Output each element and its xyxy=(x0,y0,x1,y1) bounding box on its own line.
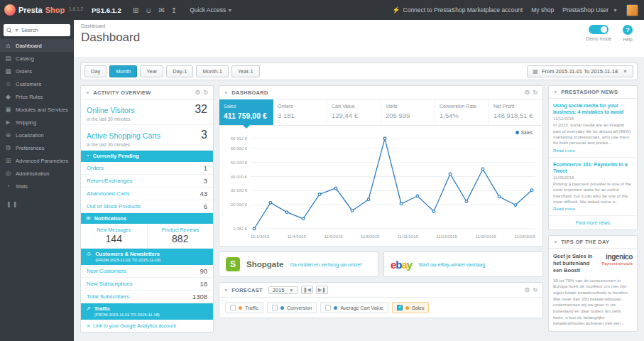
sidebar-item-customers[interactable]: ☺Customers xyxy=(0,77,74,90)
collapse-panel-icon[interactable]: ▼ xyxy=(553,90,558,94)
upgrade-quick-icon[interactable]: ↥ xyxy=(171,6,177,14)
marketplace-connect-link[interactable]: ⚡Connect to PrestaShop Marketplace accou… xyxy=(392,6,523,13)
my-shop-link[interactable]: My shop xyxy=(531,6,554,13)
kpi-tab-orders[interactable]: Orders3 181 xyxy=(273,99,327,125)
range-button-year[interactable]: Year xyxy=(140,65,163,77)
kpi-tab-sales[interactable]: Sales411 759,00 € xyxy=(219,99,273,125)
collapse-panel-icon[interactable]: ▼ xyxy=(224,288,229,293)
forecast-legend-conversion[interactable]: Conversion xyxy=(267,302,317,313)
row-label[interactable]: Orders xyxy=(87,165,104,171)
stats-icon: ◔ xyxy=(4,183,12,190)
kpi-tab-conversion-rate[interactable]: Conversion Rate1.54% xyxy=(435,99,489,125)
refresh-icon[interactable]: ↻ xyxy=(204,89,209,96)
help-icon[interactable]: ? xyxy=(623,25,633,35)
out-of-stock-row[interactable]: Out of Stock Products6 xyxy=(81,200,213,213)
currently-pending-header[interactable]: ◔ Currently Pending xyxy=(81,151,213,162)
range-button-month-1[interactable]: Month-1 xyxy=(196,65,229,77)
collapse-panel-icon[interactable]: ▼ xyxy=(553,239,558,244)
sidebar-item-modules[interactable]: ▣Modules and Services xyxy=(0,103,74,116)
kpi-tab-net-profit[interactable]: Net Profit148 918,51 € xyxy=(489,99,542,125)
active-carts-value: 3 xyxy=(201,129,207,141)
kpi-tab-visits[interactable]: Visits205 939 xyxy=(381,99,435,125)
active-carts-link[interactable]: Active Shopping Carts xyxy=(87,131,160,140)
chip-label: Average Cart Value xyxy=(340,305,383,310)
next-period-button[interactable]: ▶❚ xyxy=(316,286,328,294)
customers-newsletters-header[interactable]: ☺ Customers & Newsletters(FROM 2015-11-0… xyxy=(81,249,213,265)
forecast-legend-average-cart-value[interactable]: Average Cart Value xyxy=(320,302,388,313)
row-label[interactable]: New Subscriptions xyxy=(87,281,133,287)
sidebar-search[interactable]: ▼ xyxy=(4,24,70,36)
gear-icon[interactable]: ⚙ xyxy=(195,89,201,96)
refresh-icon[interactable]: ↻ xyxy=(533,89,538,96)
kpi-tab-cart-value[interactable]: Cart Value129,44 € xyxy=(327,99,381,125)
chart-x-axis: 11/1/201511/4/201511/6/201511/8/201511/1… xyxy=(251,232,535,244)
chart-legend[interactable]: Sales xyxy=(515,130,533,135)
sidebar-item-catalog[interactable]: ▤Catalog xyxy=(0,52,74,65)
sidebar-item-administration[interactable]: ◎Administration xyxy=(0,167,74,180)
range-button-day[interactable]: Day xyxy=(84,65,107,77)
previous-period-button[interactable]: ❚◀ xyxy=(301,286,313,294)
forecast-legend-sales[interactable]: Sales xyxy=(392,302,430,313)
cart-quick-icon[interactable]: ⊞ xyxy=(133,6,138,14)
row-label[interactable]: Total Subscribers xyxy=(87,293,129,300)
customers-quick-icon[interactable]: ☺ xyxy=(145,6,152,14)
prestashop-logo[interactable]: PrestaShop 1.6.1.2 xyxy=(4,4,83,16)
gear-icon[interactable]: ⚙ xyxy=(525,286,530,293)
total-subscribers-row[interactable]: Total Subscribers1308 xyxy=(81,291,213,303)
range-button-year-1[interactable]: Year-1 xyxy=(231,65,260,77)
article-title-link[interactable]: Ecommerce 101: Payments in a Tweet xyxy=(553,161,633,174)
product-reviews-cell[interactable]: Product Reviews882 xyxy=(148,224,214,248)
search-input[interactable] xyxy=(21,27,60,33)
pending-orders-row[interactable]: Orders1 xyxy=(81,162,213,175)
sidebar-item-orders[interactable]: ▦Orders xyxy=(0,65,74,77)
demo-mode-toggle[interactable] xyxy=(589,25,608,34)
dashboard-panel: ▼ DASHBOARD ⚙ ↻ Sales411 759,00 € Orders… xyxy=(219,85,543,247)
quick-access-menu[interactable]: Quick Access▼ xyxy=(190,6,232,13)
online-visitors-link[interactable]: Online Visitors xyxy=(87,106,135,114)
refresh-icon[interactable]: ↻ xyxy=(533,286,538,293)
user-menu[interactable]: PrestaShop User▼ xyxy=(562,6,618,13)
date-range-picker[interactable]: ▦ From 2015-11-01 To 2015-11-18 ▼ xyxy=(527,65,633,77)
ebay-promo[interactable]: ebay Start uw eBay-winkel vandaag xyxy=(383,251,543,277)
shopgate-promo-link[interactable]: Ga mobiel en verhoog uw omzet xyxy=(290,262,361,267)
sidebar-item-localization[interactable]: ⊕Localization xyxy=(0,129,74,141)
gear-icon[interactable]: ⚙ xyxy=(525,89,530,96)
row-label[interactable]: Return/Exchanges xyxy=(87,178,132,184)
collapse-panel-icon[interactable]: ▼ xyxy=(224,90,229,95)
breadcrumb[interactable]: Dashboard xyxy=(81,23,637,28)
sidebar-item-stats[interactable]: ◔Stats xyxy=(0,180,74,193)
sidebar-item-shipping[interactable]: ►Shipping xyxy=(0,116,74,129)
abandoned-carts-row[interactable]: Abandoned Carts43 xyxy=(81,188,213,200)
sidebar-item-price-rules[interactable]: ◆Price Rules xyxy=(0,90,74,103)
user-avatar[interactable] xyxy=(626,4,638,16)
row-label[interactable]: Out of Stock Products xyxy=(87,203,141,210)
shop-name-link[interactable]: PS1.6.1.2 xyxy=(92,6,121,14)
sidebar-item-preferences[interactable]: ⚙Preferences xyxy=(0,141,74,154)
messages-quick-icon[interactable]: ✉ xyxy=(158,6,164,14)
read-more-link[interactable]: Read more xyxy=(553,148,575,153)
new-messages-cell[interactable]: New Messages144 xyxy=(81,224,148,248)
ebay-promo-link[interactable]: Start uw eBay-winkel vandaag xyxy=(418,262,485,267)
forecast-legend-traffic[interactable]: Traffic xyxy=(225,302,263,313)
search-scope-caret-icon[interactable]: ▼ xyxy=(14,28,19,33)
collapse-panel-icon[interactable]: ▼ xyxy=(85,90,90,95)
sidebar-collapse-button[interactable]: ❚❚ xyxy=(0,193,74,216)
read-more-link[interactable]: Read more xyxy=(553,206,575,211)
shopgate-promo[interactable]: S Shopgate Ga mobiel en verhoog uw omzet xyxy=(219,251,378,277)
article-title-link[interactable]: Using social media for your business: 4 … xyxy=(553,102,633,115)
pending-returns-row[interactable]: Return/Exchanges3 xyxy=(81,175,213,188)
row-label[interactable]: New Customers xyxy=(87,268,126,274)
range-button-day-1[interactable]: Day-1 xyxy=(166,65,193,77)
sidebar-item-dashboard[interactable]: ⌂Dashboard xyxy=(0,39,74,52)
traffic-header[interactable]: ↗ Traffic(FROM 2015-11-01 TO 2015-11-18) xyxy=(81,303,213,320)
forecast-year-select[interactable]: 2015▼ xyxy=(268,286,298,294)
row-label[interactable]: Abandoned Carts xyxy=(87,190,130,197)
date-range-label: From 2015-11-01 To 2015-11-18 xyxy=(542,68,618,75)
range-button-month[interactable]: Month xyxy=(109,65,137,77)
find-more-news-link[interactable]: Find more news xyxy=(549,216,637,229)
google-analytics-link[interactable]: ∞Link to your Google Analytics account xyxy=(81,320,213,332)
new-customers-row[interactable]: New Customers90 xyxy=(81,265,213,278)
notifications-header[interactable]: ✉ Notifications xyxy=(81,213,213,224)
new-subscriptions-row[interactable]: New Subscriptions18 xyxy=(81,278,213,291)
sidebar-item-advanced-parameters[interactable]: ⊞Advanced Parameters xyxy=(0,154,74,167)
